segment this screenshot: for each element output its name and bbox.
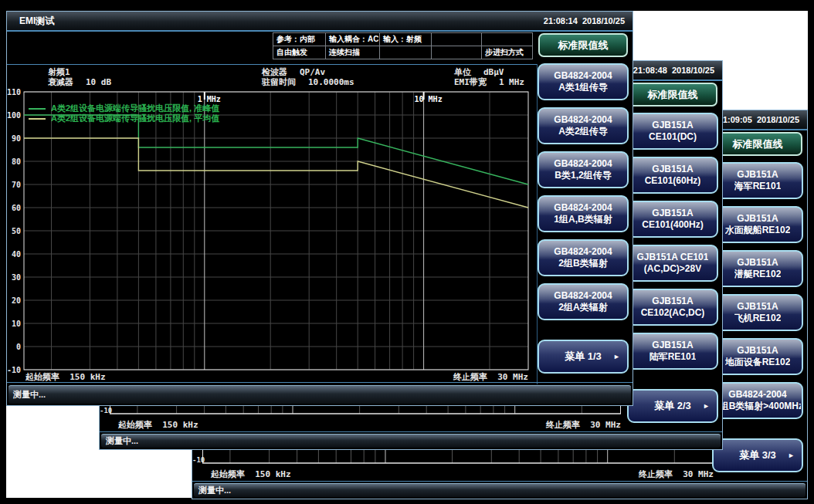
status-text: 测量中... <box>198 485 231 496</box>
menu-header-limit-lines: 标准限值线 <box>538 33 628 57</box>
svg-text:40: 40 <box>12 250 21 259</box>
clock-timestamp: 21:08:14 2018/10/25 <box>544 16 625 25</box>
softkey-menu: 标准限值线 GJB151A海军RE101 GJB151A水面舰船RE102 GJ… <box>710 132 806 472</box>
unit-value: dBμV <box>483 67 504 77</box>
param-input-coupling: 输入耦合：AC <box>326 33 380 46</box>
start-frequency: 起始频率 150 kHz <box>118 419 198 431</box>
clock-timestamp: 21:08:48 2018/10/25 <box>633 66 714 75</box>
svg-text:-10: -10 <box>7 366 21 374</box>
menu-arrow-icon: ► <box>788 452 795 459</box>
menu-arrow-icon: ► <box>613 353 620 360</box>
divider <box>100 431 722 432</box>
stop-frequency: 终止频率 30 MHz <box>639 468 714 480</box>
svg-text:50: 50 <box>12 227 21 235</box>
detector-value: QP/Av <box>300 67 325 77</box>
svg-text:30: 30 <box>12 273 21 282</box>
menu-header-limit-lines: 标准限值线 <box>713 132 802 156</box>
detector-label: 检波器 <box>262 67 287 77</box>
softkey-gb4824-classa-group1-conducted[interactable]: GB4824-2004A类1组传导 <box>538 63 629 100</box>
svg-text:20: 20 <box>12 296 21 305</box>
emi-limit-chart: 1101009080706050403020100-101 MHz10 MHz <box>7 87 537 374</box>
menu-page-button[interactable]: 菜单 2/3 ► <box>627 389 718 423</box>
softkey-gjb151a-navy-re101[interactable]: GJB151A海军RE101 <box>712 162 803 199</box>
softkey-gjb151a-submarine-re102[interactable]: GJB151A潜艇RE102 <box>712 250 803 287</box>
dwell-time-label: 驻留时间 <box>262 77 296 87</box>
y-axis-min-label: -10 <box>100 407 108 414</box>
average-line-swatch <box>29 118 46 120</box>
softkey-gjb151a-aircraft-re102[interactable]: GJB151A飞机RE102 <box>712 294 803 331</box>
status-text: 测量中... <box>106 435 138 447</box>
softkey-gb4824-classa-group2-conducted[interactable]: GB4824-2004A类2组传导 <box>538 107 629 144</box>
status-bar: 测量中... <box>8 385 631 404</box>
unit-label: 单位 <box>454 67 471 77</box>
svg-text:10 MHz: 10 MHz <box>415 95 443 103</box>
svg-text:10: 10 <box>12 320 21 328</box>
frequency-range-row: 起始频率 150 kHz 终止频率 30 MHz <box>211 468 714 480</box>
detector-readout: 检波器QP/Av 驻留时间10.0000ms <box>262 67 354 87</box>
softkey-menu: 标准限值线 GB4824-2004A类1组传导 GB4824-2004A类2组传… <box>535 33 631 374</box>
softkey-gb4824-group1-classab-radiated[interactable]: GB4824-20041组A,B类辐射 <box>538 195 629 232</box>
emi-bandwidth-label: EMI带宽 <box>454 77 487 87</box>
softkey-gjb151a-army-re101[interactable]: GJB151A陆军RE101 <box>627 333 718 370</box>
dwell-time-value: 10.0000ms <box>308 77 354 87</box>
attenuator-label: 衰减器 <box>48 77 73 87</box>
status-bar: 测量中... <box>194 483 806 497</box>
param-input: 输入：射频 <box>380 33 432 46</box>
softkey-menu: 标准限值线 GJB151ACE101(DC) GJB151ACE101(60Hz… <box>625 83 721 423</box>
trace-readout: 射频1 衰减器10 dB <box>48 67 111 87</box>
trace-name: 射频1 <box>48 67 70 77</box>
quasi-peak-line-swatch <box>29 108 46 110</box>
clock-timestamp: 21:09:05 2018/10/25 <box>718 115 799 124</box>
y-axis-min-label: -10 <box>192 456 201 464</box>
svg-text:110: 110 <box>7 88 21 96</box>
stop-frequency: 终止频率 30 MHz <box>546 419 621 431</box>
attenuator-value: 10 dB <box>86 77 111 87</box>
legend-average: A类2组设备电源端传导骚扰电压限值, 平均值 <box>29 113 219 123</box>
emi-bandwidth-value: 1 MHz <box>499 77 524 87</box>
softkey-gjb151a-ground-equipment-re102[interactable]: GJB151A地面设备RE102 <box>712 338 803 375</box>
svg-text:0: 0 <box>16 343 21 351</box>
divider <box>192 481 807 482</box>
menu-header-limit-lines: 标准限值线 <box>628 83 717 107</box>
softkey-gjb151a-surface-ship-re102[interactable]: GJB151A水面舰船RE102 <box>712 206 803 243</box>
chart-legend: A类2组设备电源端传导骚扰电压限值, 准峰值 A类2组设备电源端传导骚扰电压限值… <box>29 103 219 123</box>
status-bar: 测量中... <box>101 434 721 448</box>
softkey-gb4824-classb-group12-conducted[interactable]: GB4824-2004B类1,2组传导 <box>538 151 629 188</box>
menu-arrow-icon: ► <box>703 402 710 410</box>
legend-label: A类2组设备电源端传导骚扰电压限值, 平均值 <box>51 113 219 124</box>
emi-window-1: EMI测试 21:08:14 2018/10/25 参考：内部 输入耦合：AC … <box>6 11 633 406</box>
frequency-range-row: 起始频率 150 kHz 终止频率 30 MHz <box>25 371 528 383</box>
svg-text:60: 60 <box>12 204 21 212</box>
softkey-gjb151a-ce101-dc[interactable]: GJB151ACE101(DC) <box>627 113 718 150</box>
param-trigger: 自由触发 <box>273 46 326 59</box>
softkey-gjb151a-ce102-acdc[interactable]: GJB151ACE102(AC,DC) <box>627 289 718 326</box>
svg-text:70: 70 <box>12 181 21 189</box>
param-reference: 参考：内部 <box>273 33 326 46</box>
status-text: 测量中... <box>13 389 46 401</box>
start-frequency: 起始频率 150 kHz <box>25 371 106 383</box>
stop-frequency: 终止频率 30 MHz <box>453 371 528 383</box>
param-sweep: 连续扫描 <box>326 46 380 59</box>
frequency-range-row: 起始频率 150 kHz 终止频率 30 MHz <box>118 419 621 431</box>
unit-readout: 单位dBμV EMI带宽1 MHz <box>454 67 524 87</box>
svg-text:80: 80 <box>12 157 21 166</box>
title-bar: EMI测试 21:08:14 2018/10/25 <box>7 12 633 32</box>
menu-page-button[interactable]: 菜单 3/3 ► <box>712 438 803 472</box>
softkey-gb4824-group2-classb-radiated[interactable]: GB4824-20042组B类辐射 <box>538 239 629 276</box>
measurement-parameter-table: 参考：内部 输入耦合：AC 输入：射频 自由触发 连续扫描 步进扫方式 <box>273 32 533 59</box>
softkey-gjb151a-ce101-acdc-28v[interactable]: GJB151A CE101(AC,DC)>28V <box>627 245 718 282</box>
menu-page-button[interactable]: 菜单 1/3 ► <box>538 340 629 374</box>
softkey-gjb151a-ce101-400hz[interactable]: GJB151ACE101(400Hz) <box>627 201 718 238</box>
svg-text:100: 100 <box>7 111 21 120</box>
divider <box>7 64 537 65</box>
divider <box>7 382 633 383</box>
param-step-sweep-mode: 步进扫方式 <box>482 46 533 59</box>
window-title: EMI测试 <box>19 15 54 28</box>
softkey-gb4824-group2-classa-radiated[interactable]: GB4824-20042组A类辐射 <box>538 283 629 320</box>
softkey-gjb151a-ce101-60hz[interactable]: GJB151ACE101(60Hz) <box>627 157 718 194</box>
start-frequency: 起始频率 150 kHz <box>211 468 291 480</box>
svg-text:90: 90 <box>12 134 21 143</box>
softkey-gb4824-group2-classb-radiated-400mhz[interactable]: GB4824-20042组B类辐射>400MHz <box>712 382 803 419</box>
